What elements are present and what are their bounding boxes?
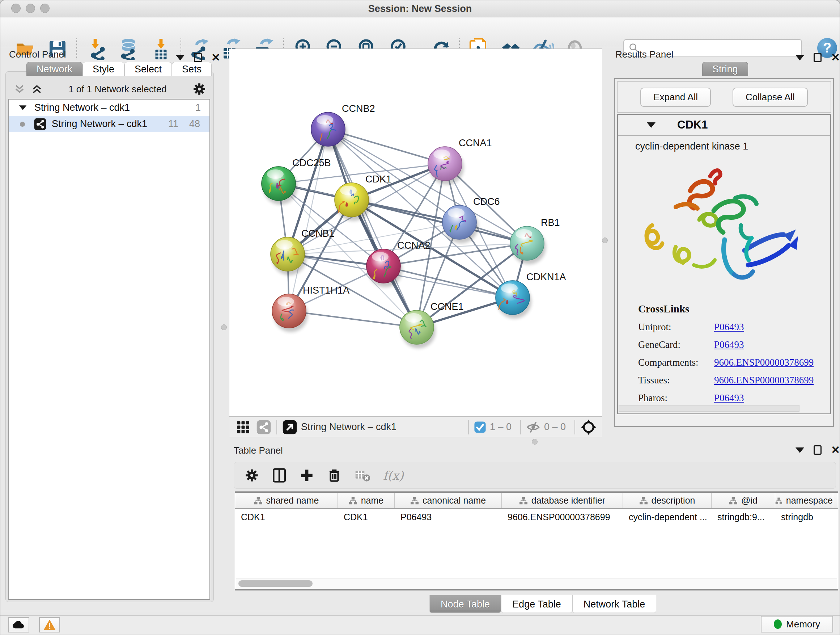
network-row[interactable]: String Network – cdk1 11 48	[9, 116, 210, 132]
column-tree-icon	[349, 497, 357, 505]
cloud-status-button[interactable]	[8, 617, 29, 632]
network-node-CCNA2[interactable]	[366, 249, 402, 287]
network-node-RB1[interactable]	[510, 226, 546, 264]
network-node-CCNB2[interactable]	[311, 112, 347, 150]
gene-section-header[interactable]: CDK1	[618, 115, 830, 136]
import-network-file-button[interactable]	[87, 37, 111, 61]
network-label: String Network – cdk1	[52, 119, 147, 130]
collection-count: 1	[195, 102, 201, 113]
show-columns-icon[interactable]	[272, 468, 287, 483]
left-splitter-handle[interactable]	[221, 325, 227, 330]
column-header-name[interactable]: name	[338, 493, 395, 508]
control-tab-select[interactable]: Select	[125, 62, 172, 76]
panel-menu-icon[interactable]	[796, 448, 804, 453]
close-panel-icon[interactable]: ✕	[831, 53, 840, 62]
column-header-description[interactable]: description	[623, 493, 712, 508]
title-bar: Session: New Session	[0, 0, 840, 17]
import-table-button[interactable]	[149, 37, 173, 61]
control-panel-tabs: NetworkStyleSelectSets	[27, 62, 212, 76]
control-tab-network[interactable]: Network	[27, 62, 82, 76]
control-tab-sets[interactable]: Sets	[172, 62, 212, 76]
application-window: Session: New Session	[0, 0, 840, 635]
network-selection-row: 1 of 1 Network selected	[8, 81, 210, 97]
grid-view-icon[interactable]	[236, 420, 250, 434]
tab-network-table[interactable]: Network Table	[572, 595, 657, 613]
column-header-canonical-name[interactable]: canonical name	[395, 493, 502, 508]
network-node-CDK1[interactable]	[335, 183, 370, 221]
network-node-HIST1H1A[interactable]	[272, 294, 308, 332]
expand-all-networks-icon[interactable]	[31, 83, 43, 95]
close-panel-icon[interactable]: ✕	[211, 53, 220, 62]
right-splitter-handle[interactable]	[602, 238, 608, 243]
crosslink-label: Uniprot:	[638, 321, 714, 333]
import-network-database-button[interactable]	[117, 37, 141, 61]
close-panel-icon[interactable]: ✕	[831, 445, 840, 455]
table-toolbar: f(x)	[234, 462, 836, 489]
table-panel-title: Table Panel	[234, 445, 283, 456]
memory-button[interactable]: Memory	[761, 616, 833, 632]
network-edge-CDK1-RB1[interactable]	[352, 200, 527, 243]
crosslink-row: GeneCard:P06493	[638, 339, 813, 350]
column-header-namespace[interactable]: namespace	[775, 493, 833, 508]
network-graph[interactable]: CCNB2CCNA1CDC25BCDK1CDC6RB1CCNB1CCNA2CDK…	[229, 49, 602, 416]
crosslink-link[interactable]: 9606.ENSP00000378699	[714, 375, 813, 386]
network-collection-row[interactable]: String Network – cdk1 1	[9, 100, 210, 116]
network-node-CDC25B[interactable]	[262, 166, 297, 204]
results-scrollbar[interactable]	[619, 405, 799, 412]
float-panel-icon[interactable]	[813, 445, 821, 455]
network-node-CCNA1[interactable]	[428, 147, 464, 185]
network-edge-CCNB2-CCNE1[interactable]	[328, 129, 417, 327]
results-tab-string[interactable]: String	[702, 62, 748, 76]
function-builder-icon: f(x)	[383, 469, 404, 483]
delete-column-icon[interactable]	[327, 468, 342, 483]
panel-menu-icon[interactable]	[796, 55, 804, 60]
crosslink-link[interactable]: P06493	[714, 393, 744, 404]
export-view-icon[interactable]	[282, 420, 297, 435]
collapse-all-button[interactable]: Collapse All	[733, 88, 808, 107]
add-column-icon[interactable]	[299, 468, 314, 483]
crosslink-link[interactable]: 9606.ENSP00000378699	[714, 357, 813, 368]
crosslink-link[interactable]: P06493	[714, 321, 744, 333]
crosslink-row: Compartments:9606.ENSP00000378699	[638, 357, 813, 368]
float-panel-icon[interactable]	[194, 53, 202, 62]
selected-checkbox-icon[interactable]	[474, 421, 486, 433]
memory-ok-indicator	[774, 619, 782, 629]
column-header-database-identifier[interactable]: database identifier	[502, 493, 623, 508]
hidden-eye-slash-icon[interactable]	[526, 420, 540, 434]
crosslink-row: Uniprot:P06493	[638, 321, 813, 333]
crosslink-label: Pharos:	[638, 393, 714, 404]
control-tab-style[interactable]: Style	[82, 62, 125, 76]
crosslink-link[interactable]: P06493	[714, 339, 744, 350]
network-options-gear-icon[interactable]	[192, 82, 207, 96]
node-label-CCNA1: CCNA1	[459, 138, 492, 149]
section-expander-icon[interactable]	[647, 122, 655, 128]
scrollbar-thumb[interactable]	[238, 580, 313, 587]
network-edge-HIST1H1A-CCNE1[interactable]	[289, 311, 417, 327]
network-share-view-icon[interactable]	[256, 420, 271, 435]
bottom-splitter-handle[interactable]	[532, 439, 538, 445]
network-edge-CCNB2-HIST1H1A[interactable]	[289, 129, 328, 311]
table-row[interactable]: CDK1CDK1P064939606.ENSP00000378699cyclin…	[235, 509, 838, 525]
tab-node-table[interactable]: Node Table	[429, 595, 501, 613]
table-options-gear-icon[interactable]	[244, 468, 259, 483]
tab-edge-table[interactable]: Edge Table	[501, 595, 572, 613]
toolbar-separator	[575, 420, 575, 434]
warnings-button[interactable]	[39, 617, 60, 632]
selection-status: 1 of 1 Network selected	[43, 84, 192, 95]
database-network-icon	[117, 38, 140, 60]
column-header--id[interactable]: @id	[712, 493, 775, 508]
float-panel-icon[interactable]	[813, 53, 821, 62]
toolbar-separator	[276, 420, 277, 434]
network-node-CDKN1A[interactable]	[496, 280, 531, 318]
gene-name: CDK1	[677, 119, 707, 131]
expand-all-button[interactable]: Expand All	[640, 88, 711, 107]
memory-label: Memory	[786, 619, 820, 630]
collapse-all-networks-icon[interactable]	[13, 83, 26, 95]
navigator-crosshair-icon[interactable]	[580, 419, 597, 435]
network-node-CDC6[interactable]	[442, 205, 478, 243]
column-header-shared-name[interactable]: shared name	[235, 493, 338, 508]
collection-expander-icon[interactable]	[19, 105, 27, 110]
panel-menu-icon[interactable]	[176, 55, 185, 60]
network-canvas[interactable]: CCNB2CCNA1CDC25BCDK1CDC6RB1CCNB1CCNA2CDK…	[229, 49, 602, 417]
table-horizontal-scrollbar[interactable]	[235, 578, 837, 588]
